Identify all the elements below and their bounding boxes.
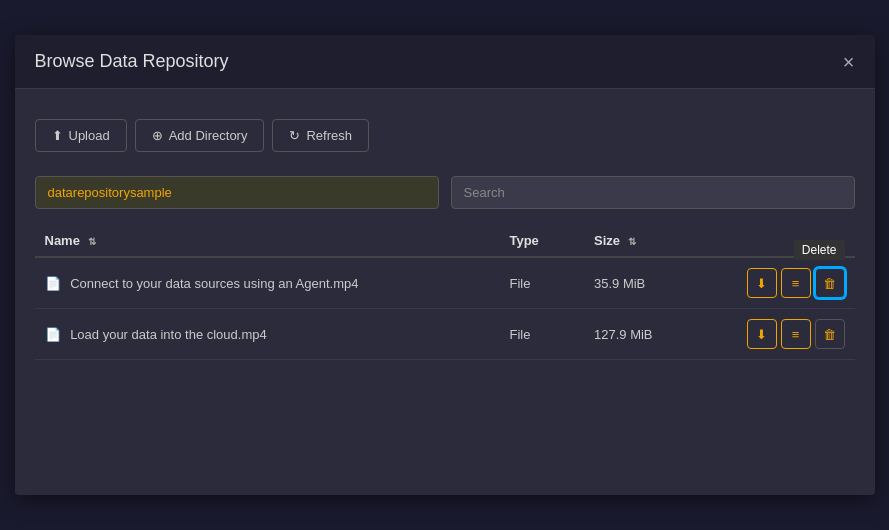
file-size-cell: 127.9 MiB (584, 309, 685, 360)
info-button[interactable]: ≡ (781, 319, 811, 349)
table-row: 📄 Connect to your data sources using an … (35, 257, 855, 309)
delete-button[interactable]: 🗑 (815, 268, 845, 298)
toolbar: ⬆ Upload ⊕ Add Directory ↻ Refresh (35, 119, 855, 152)
file-icon: 📄 (45, 276, 61, 291)
close-button[interactable]: × (843, 52, 855, 72)
download-button[interactable]: ⬇ (747, 268, 777, 298)
file-actions-cell: ⬇ ≡ Delete 🗑 (685, 257, 854, 309)
table-row: 📄 Load your data into the cloud.mp4 File… (35, 309, 855, 360)
delete-wrapper: 🗑 (815, 319, 845, 349)
col-type-header: Type (499, 225, 584, 257)
upload-icon: ⬆ (52, 128, 63, 143)
download-button[interactable]: ⬇ (747, 319, 777, 349)
file-name: Connect to your data sources using an Ag… (70, 276, 358, 291)
file-size-cell: 35.9 MiB (584, 257, 685, 309)
col-size-header: Size ⇅ (584, 225, 685, 257)
modal-title: Browse Data Repository (35, 51, 229, 72)
upload-button[interactable]: ⬆ Upload (35, 119, 127, 152)
refresh-label: Refresh (306, 128, 352, 143)
col-name-header: Name ⇅ (35, 225, 500, 257)
file-type: File (509, 327, 530, 342)
table-header-row: Name ⇅ Type Size ⇅ (35, 225, 855, 257)
name-sort-icon[interactable]: ⇅ (88, 236, 96, 247)
filter-row (35, 176, 855, 209)
file-name-cell: 📄 Load your data into the cloud.mp4 (35, 309, 500, 360)
file-table: Name ⇅ Type Size ⇅ 📄 Connect to your d (35, 225, 855, 360)
info-button[interactable]: ≡ (781, 268, 811, 298)
add-directory-icon: ⊕ (152, 128, 163, 143)
file-type: File (509, 276, 530, 291)
action-buttons: ⬇ ≡ Delete 🗑 (695, 268, 844, 298)
refresh-button[interactable]: ↻ Refresh (272, 119, 369, 152)
file-size: 127.9 MiB (594, 327, 653, 342)
file-actions-cell: ⬇ ≡ 🗑 (685, 309, 854, 360)
add-directory-label: Add Directory (169, 128, 248, 143)
file-name-cell: 📄 Connect to your data sources using an … (35, 257, 500, 309)
add-directory-button[interactable]: ⊕ Add Directory (135, 119, 265, 152)
delete-wrapper: Delete 🗑 (815, 268, 845, 298)
search-input[interactable] (451, 176, 855, 209)
upload-label: Upload (69, 128, 110, 143)
delete-button[interactable]: 🗑 (815, 319, 845, 349)
modal-body: ⬆ Upload ⊕ Add Directory ↻ Refresh Name (15, 89, 875, 380)
file-type-cell: File (499, 309, 584, 360)
size-sort-icon[interactable]: ⇅ (628, 236, 636, 247)
browse-repository-modal: Browse Data Repository × ⬆ Upload ⊕ Add … (15, 35, 875, 495)
file-size: 35.9 MiB (594, 276, 645, 291)
modal-header: Browse Data Repository × (15, 35, 875, 89)
file-name: Load your data into the cloud.mp4 (70, 327, 267, 342)
col-actions-header (685, 225, 854, 257)
file-type-cell: File (499, 257, 584, 309)
path-input[interactable] (35, 176, 439, 209)
refresh-icon: ↻ (289, 128, 300, 143)
file-icon: 📄 (45, 327, 61, 342)
action-buttons: ⬇ ≡ 🗑 (695, 319, 844, 349)
